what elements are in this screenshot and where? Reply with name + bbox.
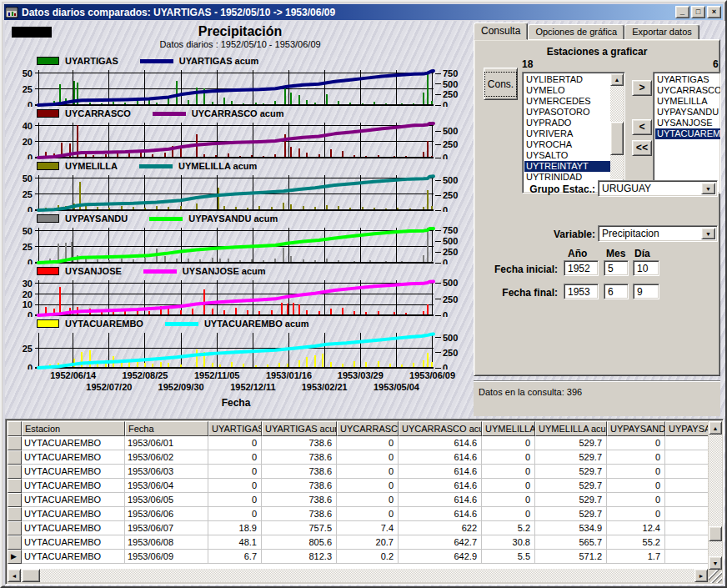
cell[interactable]: 757.5: [262, 521, 337, 535]
scroll-down-icon[interactable]: ▼: [709, 556, 722, 570]
cell[interactable]: 738.6: [262, 493, 337, 507]
fecha-final-ano-field[interactable]: [564, 284, 599, 299]
row-header[interactable]: [8, 535, 22, 550]
cell[interactable]: 0: [482, 479, 535, 493]
fecha-inicial-ano-field[interactable]: [564, 260, 599, 276]
cell[interactable]: 529.7: [535, 436, 607, 450]
hscroll-thumb[interactable]: [22, 569, 40, 582]
cell[interactable]: 0: [208, 479, 262, 493]
cell[interactable]: 0: [607, 479, 665, 493]
cell[interactable]: 0: [337, 436, 399, 450]
cell[interactable]: 1953/06/07: [125, 521, 208, 535]
list-item-uyprado[interactable]: UYPRADO: [524, 118, 611, 128]
cell[interactable]: [665, 479, 708, 493]
tab-opciones-de-gr-fica[interactable]: Opciones de gráfica: [528, 24, 624, 40]
minimize-button[interactable]: _: [675, 6, 689, 18]
column-header-uyartigas-acum[interactable]: UYARTIGAS acum: [262, 421, 337, 436]
cell[interactable]: 738.6: [262, 479, 337, 493]
cell[interactable]: 805.6: [262, 535, 337, 550]
cell[interactable]: 0: [607, 436, 665, 450]
fecha-inicial-dia-field[interactable]: [633, 260, 659, 276]
close-button[interactable]: ×: [707, 6, 721, 18]
cell[interactable]: 1953/06/08: [125, 535, 208, 550]
list-item-uypaysandu[interactable]: UYPAYSANDU: [655, 107, 720, 118]
list-item-uyrocha[interactable]: UYROCHA: [524, 139, 611, 150]
cell[interactable]: UYTACUAREMBO: [22, 436, 125, 450]
table-row[interactable]: UYTACUAREMBO1953/06/060738.60614.60529.7…: [8, 507, 708, 521]
cell[interactable]: 0: [208, 507, 262, 521]
cell[interactable]: 6.7: [208, 550, 262, 564]
column-header-uycarrasco-acum[interactable]: UYCARRASCO acum: [399, 421, 482, 436]
list-item-uytacuarembo[interactable]: UYTACUAREMBO: [655, 128, 720, 139]
table-row[interactable]: UYTACUAREMBO1953/06/010738.60614.60529.7…: [8, 436, 708, 450]
table-row[interactable]: ▶UYTACUAREMBO1953/06/096.7812.30.2642.95…: [8, 550, 708, 564]
table-row[interactable]: UYTACUAREMBO1953/06/020738.60614.60529.7…: [8, 450, 708, 465]
scroll-up-icon[interactable]: ▲: [709, 421, 722, 435]
cell[interactable]: UYTACUAREMBO: [22, 465, 125, 479]
list-item-uysalto[interactable]: UYSALTO: [524, 150, 611, 161]
cell[interactable]: 534.9: [535, 521, 607, 535]
cell[interactable]: UYTACUAREMBO: [22, 535, 125, 550]
scrollbar-thumb[interactable]: [610, 122, 624, 155]
column-header-uypaysandu[interactable]: UYPAYSANDU: [607, 421, 665, 436]
variable-select[interactable]: Precipitacion ▼: [598, 225, 718, 242]
cell[interactable]: 614.6: [399, 436, 482, 450]
cell[interactable]: 571.2: [535, 550, 607, 564]
grupo-dropdown-icon[interactable]: ▼: [701, 183, 715, 194]
column-header-fecha[interactable]: Fecha: [125, 421, 208, 436]
cell[interactable]: UYTACUAREMBO: [22, 450, 125, 465]
table-row[interactable]: UYTACUAREMBO1953/06/0848.1805.620.7642.7…: [8, 535, 708, 550]
list-item-uysanjose[interactable]: UYSANJOSE: [655, 118, 720, 128]
cell[interactable]: 738.6: [262, 436, 337, 450]
consultar-button[interactable]: Cons.: [484, 68, 518, 100]
cell[interactable]: 0: [337, 465, 399, 479]
cell[interactable]: 1953/06/09: [125, 550, 208, 564]
cell[interactable]: 0: [482, 465, 535, 479]
cell[interactable]: [665, 507, 708, 521]
list-item-uypasotoro[interactable]: UYPASOTORO: [524, 107, 611, 118]
cell[interactable]: 529.7: [535, 479, 607, 493]
scroll-right-icon[interactable]: ►: [694, 569, 708, 582]
cell[interactable]: 0: [482, 493, 535, 507]
column-header-uymelilla[interactable]: UYMELILLA: [482, 421, 535, 436]
cell[interactable]: 0: [337, 479, 399, 493]
cell[interactable]: [665, 521, 708, 535]
cell[interactable]: 1953/06/06: [125, 507, 208, 521]
cell[interactable]: 30.8: [482, 535, 535, 550]
move-all-left-button[interactable]: <<: [632, 140, 652, 156]
list-item-uymercedes[interactable]: UYMERCEDES: [524, 96, 611, 107]
cell[interactable]: 1953/06/03: [125, 465, 208, 479]
scroll-up-icon[interactable]: ▲: [610, 73, 624, 86]
cell[interactable]: 20.7: [337, 535, 399, 550]
list-item-uymelilla[interactable]: UYMELILLA: [655, 96, 720, 107]
fecha-inicial-mes-field[interactable]: [604, 260, 629, 276]
list-item-uymelo[interactable]: UYMELO: [524, 85, 611, 96]
column-header-uycarrasco[interactable]: UYCARRASCO: [337, 421, 399, 436]
cell[interactable]: 738.6: [262, 507, 337, 521]
fecha-final-dia-field[interactable]: [633, 284, 659, 299]
cell[interactable]: 738.6: [262, 450, 337, 465]
cell[interactable]: UYTACUAREMBO: [22, 550, 125, 564]
row-header[interactable]: [8, 436, 22, 450]
cell[interactable]: 1953/06/02: [125, 450, 208, 465]
cell[interactable]: 1953/06/05: [125, 493, 208, 507]
cell[interactable]: 565.7: [535, 535, 607, 550]
cell[interactable]: 0: [482, 436, 535, 450]
row-header[interactable]: ▶: [8, 550, 22, 564]
cell[interactable]: 614.6: [399, 479, 482, 493]
row-header[interactable]: [8, 507, 22, 521]
column-header-uyartigas[interactable]: UYARTIGAS: [208, 421, 262, 436]
cell[interactable]: 0: [337, 450, 399, 465]
cell[interactable]: UYTACUAREMBO: [22, 521, 125, 535]
move-left-button[interactable]: <: [632, 119, 652, 135]
cell[interactable]: 0: [208, 450, 262, 465]
table-row[interactable]: UYTACUAREMBO1953/06/0718.9757.57.46225.2…: [8, 521, 708, 535]
hscroll-track[interactable]: [8, 569, 708, 582]
scroll-left-icon[interactable]: ◄: [8, 569, 21, 582]
cell[interactable]: 5.5: [482, 550, 535, 564]
row-header[interactable]: [8, 521, 22, 535]
cell[interactable]: 12.4: [607, 521, 665, 535]
cell[interactable]: [665, 535, 708, 550]
cell[interactable]: 529.7: [535, 507, 607, 521]
cell[interactable]: 642.7: [399, 535, 482, 550]
